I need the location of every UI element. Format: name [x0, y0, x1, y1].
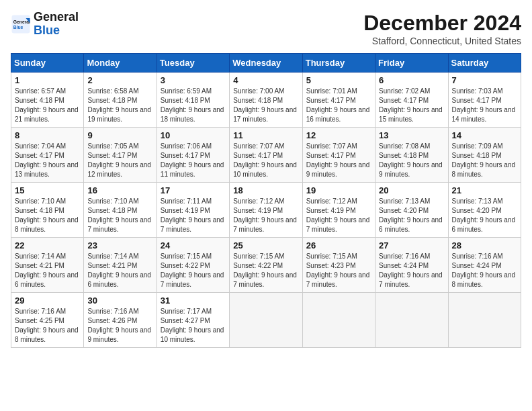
weekday-header-cell: Thursday [302, 54, 375, 73]
calendar-day-cell: 7Sunrise: 7:03 AMSunset: 4:17 PMDaylight… [448, 73, 521, 128]
day-info: Sunrise: 7:03 AMSunset: 4:17 PMDaylight:… [452, 87, 517, 124]
calendar-day-cell: 24Sunrise: 7:15 AMSunset: 4:22 PMDayligh… [157, 238, 229, 293]
day-info: Sunrise: 7:07 AMSunset: 4:17 PMDaylight:… [233, 142, 298, 179]
day-number: 7 [452, 75, 517, 85]
day-info: Sunrise: 7:13 AMSunset: 4:20 PMDaylight:… [452, 197, 517, 234]
calendar-title: December 2024 [363, 11, 521, 36]
day-info: Sunrise: 7:15 AMSunset: 4:22 PMDaylight:… [161, 252, 226, 289]
day-info: Sunrise: 7:13 AMSunset: 4:20 PMDaylight:… [379, 197, 444, 234]
day-info: Sunrise: 7:15 AMSunset: 4:23 PMDaylight:… [306, 252, 371, 289]
calendar-day-cell: 11Sunrise: 7:07 AMSunset: 4:17 PMDayligh… [230, 128, 302, 183]
day-number: 26 [306, 240, 371, 250]
day-info: Sunrise: 7:00 AMSunset: 4:18 PMDaylight:… [233, 87, 298, 124]
calendar-day-cell: 15Sunrise: 7:10 AMSunset: 4:18 PMDayligh… [11, 183, 84, 238]
calendar-day-cell: 28Sunrise: 7:16 AMSunset: 4:24 PMDayligh… [448, 238, 521, 293]
calendar-day-cell: 29Sunrise: 7:16 AMSunset: 4:25 PMDayligh… [11, 293, 84, 348]
day-info: Sunrise: 7:07 AMSunset: 4:17 PMDaylight:… [306, 142, 371, 179]
calendar-day-cell: 14Sunrise: 7:09 AMSunset: 4:18 PMDayligh… [448, 128, 521, 183]
calendar-week-row: 22Sunrise: 7:14 AMSunset: 4:21 PMDayligh… [11, 238, 521, 293]
weekday-header-cell: Wednesday [230, 54, 302, 73]
day-number: 27 [379, 240, 444, 250]
logo-text: General Blue [34, 11, 79, 38]
day-number: 5 [306, 75, 371, 85]
calendar-day-cell: 20Sunrise: 7:13 AMSunset: 4:20 PMDayligh… [375, 183, 448, 238]
svg-text:Blue: Blue [13, 25, 24, 30]
day-info: Sunrise: 7:10 AMSunset: 4:18 PMDaylight:… [87, 197, 152, 234]
day-info: Sunrise: 7:15 AMSunset: 4:22 PMDaylight:… [233, 252, 298, 289]
weekday-header-cell: Sunday [11, 54, 84, 73]
title-block: December 2024 Stafford, Connecticut, Uni… [363, 11, 521, 46]
logo: General Blue General Blue [11, 11, 79, 38]
day-number: 25 [233, 240, 298, 250]
day-info: Sunrise: 7:11 AMSunset: 4:19 PMDaylight:… [161, 197, 226, 234]
day-number: 6 [379, 75, 444, 85]
calendar-week-row: 1Sunrise: 6:57 AMSunset: 4:18 PMDaylight… [11, 73, 521, 128]
calendar-day-cell: 8Sunrise: 7:04 AMSunset: 4:17 PMDaylight… [11, 128, 84, 183]
calendar-day-cell: 31Sunrise: 7:17 AMSunset: 4:27 PMDayligh… [157, 293, 229, 348]
day-info: Sunrise: 7:17 AMSunset: 4:27 PMDaylight:… [161, 307, 226, 345]
calendar-day-cell: 18Sunrise: 7:12 AMSunset: 4:19 PMDayligh… [230, 183, 302, 238]
svg-rect-0 [12, 15, 30, 33]
day-info: Sunrise: 7:10 AMSunset: 4:18 PMDaylight:… [15, 197, 80, 234]
calendar-day-cell: 3Sunrise: 6:59 AMSunset: 4:18 PMDaylight… [157, 73, 229, 128]
day-info: Sunrise: 7:04 AMSunset: 4:17 PMDaylight:… [15, 142, 80, 179]
weekday-header-cell: Saturday [448, 54, 521, 73]
day-info: Sunrise: 7:05 AMSunset: 4:17 PMDaylight:… [87, 142, 152, 179]
day-info: Sunrise: 7:09 AMSunset: 4:18 PMDaylight:… [452, 142, 517, 179]
calendar-day-cell: 21Sunrise: 7:13 AMSunset: 4:20 PMDayligh… [448, 183, 521, 238]
day-info: Sunrise: 7:12 AMSunset: 4:19 PMDaylight:… [233, 197, 298, 234]
calendar-day-cell: 26Sunrise: 7:15 AMSunset: 4:23 PMDayligh… [302, 238, 375, 293]
day-number: 18 [233, 185, 298, 195]
day-number: 30 [87, 295, 152, 306]
day-number: 28 [452, 240, 517, 250]
day-number: 21 [452, 185, 517, 195]
day-number: 23 [87, 240, 152, 250]
day-number: 29 [15, 295, 80, 306]
calendar-day-cell [230, 293, 302, 348]
day-number: 3 [161, 75, 226, 85]
day-number: 10 [161, 130, 226, 140]
day-number: 2 [87, 75, 152, 85]
calendar-day-cell [302, 293, 375, 348]
calendar-day-cell: 13Sunrise: 7:08 AMSunset: 4:18 PMDayligh… [375, 128, 448, 183]
calendar-week-row: 8Sunrise: 7:04 AMSunset: 4:17 PMDaylight… [11, 128, 521, 183]
day-info: Sunrise: 7:12 AMSunset: 4:19 PMDaylight:… [306, 197, 371, 234]
calendar-day-cell: 30Sunrise: 7:16 AMSunset: 4:26 PMDayligh… [84, 293, 157, 348]
calendar-day-cell: 2Sunrise: 6:58 AMSunset: 4:18 PMDaylight… [84, 73, 157, 128]
calendar-day-cell [375, 293, 448, 348]
day-info: Sunrise: 7:16 AMSunset: 4:24 PMDaylight:… [452, 252, 517, 289]
calendar-day-cell: 16Sunrise: 7:10 AMSunset: 4:18 PMDayligh… [84, 183, 157, 238]
page-header: General Blue General Blue December 2024 … [11, 11, 521, 46]
day-info: Sunrise: 7:08 AMSunset: 4:18 PMDaylight:… [379, 142, 444, 179]
calendar-subtitle: Stafford, Connecticut, United States [363, 36, 521, 46]
calendar-table: SundayMondayTuesdayWednesdayThursdayFrid… [11, 53, 521, 348]
weekday-header-row: SundayMondayTuesdayWednesdayThursdayFrid… [11, 54, 521, 73]
weekday-header-cell: Tuesday [157, 54, 229, 73]
day-number: 4 [233, 75, 298, 85]
day-number: 31 [161, 295, 226, 306]
calendar-day-cell: 22Sunrise: 7:14 AMSunset: 4:21 PMDayligh… [11, 238, 84, 293]
calendar-body: 1Sunrise: 6:57 AMSunset: 4:18 PMDaylight… [11, 73, 521, 348]
calendar-day-cell: 19Sunrise: 7:12 AMSunset: 4:19 PMDayligh… [302, 183, 375, 238]
day-number: 17 [161, 185, 226, 195]
calendar-day-cell: 1Sunrise: 6:57 AMSunset: 4:18 PMDaylight… [11, 73, 84, 128]
logo-icon: General Blue [11, 14, 31, 34]
day-number: 24 [161, 240, 226, 250]
day-number: 8 [15, 130, 80, 140]
day-info: Sunrise: 6:58 AMSunset: 4:18 PMDaylight:… [87, 87, 152, 124]
calendar-day-cell: 9Sunrise: 7:05 AMSunset: 4:17 PMDaylight… [84, 128, 157, 183]
calendar-day-cell: 10Sunrise: 7:06 AMSunset: 4:17 PMDayligh… [157, 128, 229, 183]
day-info: Sunrise: 7:16 AMSunset: 4:25 PMDaylight:… [15, 307, 80, 345]
day-number: 19 [306, 185, 371, 195]
day-number: 1 [15, 75, 80, 85]
day-info: Sunrise: 7:02 AMSunset: 4:17 PMDaylight:… [379, 87, 444, 124]
weekday-header-cell: Friday [375, 54, 448, 73]
weekday-header-cell: Monday [84, 54, 157, 73]
day-number: 9 [87, 130, 152, 140]
day-number: 13 [379, 130, 444, 140]
calendar-week-row: 29Sunrise: 7:16 AMSunset: 4:25 PMDayligh… [11, 293, 521, 348]
calendar-day-cell: 27Sunrise: 7:16 AMSunset: 4:24 PMDayligh… [375, 238, 448, 293]
day-info: Sunrise: 7:14 AMSunset: 4:21 PMDaylight:… [15, 252, 80, 289]
day-number: 14 [452, 130, 517, 140]
calendar-day-cell: 6Sunrise: 7:02 AMSunset: 4:17 PMDaylight… [375, 73, 448, 128]
